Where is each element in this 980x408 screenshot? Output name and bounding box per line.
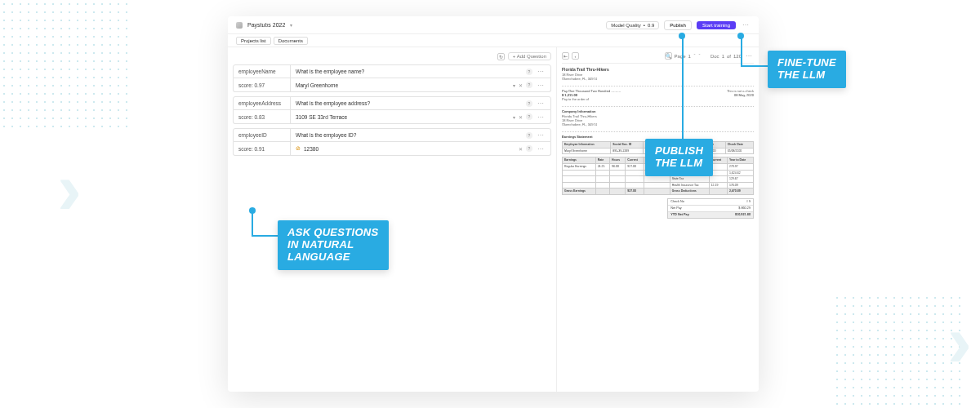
document-panel: ⇤ ‹ 🔍 Page 1 ˄ ˅ Doc 1 of 120 ⋯ Florida … [557,47,759,392]
question-text[interactable]: What is the employee ID? [296,132,523,138]
page-down-icon[interactable]: ˅ [698,53,701,59]
doc-payorder: Pay to the order of [562,97,621,101]
first-page-icon[interactable]: ⇤ [562,52,569,60]
decorative-dots [0,0,131,131]
row-more-icon[interactable]: ⋯ [536,145,546,153]
answer-text[interactable]: 12380 [304,146,515,152]
doc-label: Doc [710,54,719,59]
row-more-icon[interactable]: ⋯ [536,82,546,89]
doc-more-icon[interactable]: ⋯ [744,52,754,60]
app-logo-icon [236,22,243,29]
decorative-chevron: › [947,299,972,384]
project-title: Paystubs 2022 [247,22,285,28]
doc-date: 08 May, 2020 [727,93,754,97]
more-menu-icon[interactable]: ⋯ [741,21,751,29]
questions-toolbar: ↻ + Add Question [233,52,551,60]
connector-line [741,36,742,67]
answer-text[interactable]: Maryl Greenhome [296,82,510,88]
answer-row: score: 0.91⊘12380✕?⋯ [233,142,551,156]
search-icon[interactable]: 🔍 [665,52,672,60]
tab-documents[interactable]: Documents [274,37,308,45]
callout-finetune: FINE-TUNE THE LLM [768,51,846,88]
row-more-icon[interactable]: ⋯ [536,100,546,107]
question-group: employeeNameWhat is the employee name??⋯… [233,64,551,92]
question-row: employeeIDWhat is the employee ID??⋯ [233,128,551,142]
header-bar: Paystubs 2022 ▾ Model Quality • 0.9 Publ… [228,16,759,34]
row-more-icon[interactable]: ⋯ [536,131,546,139]
question-group: employeeAddressWhat is the employee addr… [233,96,551,124]
question-key: employeeID [234,129,291,141]
app-window: Paystubs 2022 ▾ Model Quality • 0.9 Publ… [228,16,759,392]
doc-earn-title: Earnings Statement [562,131,754,139]
page-value: 1 [688,54,691,59]
clear-icon[interactable]: ✕ [519,82,523,88]
row-more-icon[interactable]: ⋯ [536,113,546,121]
help-icon[interactable]: ? [526,69,532,75]
document-toolbar: ⇤ ‹ 🔍 Page 1 ˄ ˅ Doc 1 of 120 ⋯ [562,52,754,64]
help-icon[interactable]: ? [526,82,532,88]
question-text[interactable]: What is the employee address? [296,100,523,106]
warning-icon: ⊘ [296,145,301,152]
question-row: employeeNameWhat is the employee name??⋯ [233,64,551,78]
tab-projects-list[interactable]: Projects list [236,37,271,45]
answer-score: score: 0.97 [234,78,291,91]
answer-text[interactable]: 3109 SE 33rd Terrace [296,114,510,120]
add-question-button[interactable]: + Add Question [508,52,551,60]
dropdown-icon[interactable]: ▾ [513,82,515,88]
dropdown-icon[interactable]: ▾ [513,114,515,120]
doc-current: 1 [722,54,724,59]
publish-button[interactable]: Publish [664,20,692,30]
help-icon[interactable]: ? [526,113,532,120]
help-icon[interactable]: ? [526,145,532,152]
answer-row: score: 0.97Maryl Greenhome▾✕?⋯ [233,78,551,92]
model-quality-badge: Model Quality • 0.9 [606,21,659,29]
doc-of: of [727,54,731,59]
answer-score: score: 0.83 [234,110,291,123]
clear-icon[interactable]: ✕ [519,114,523,120]
start-training-button[interactable]: Start training [697,21,736,29]
help-icon[interactable]: ? [526,100,532,107]
page-label: Page [675,54,686,59]
doc-addr2: Okeechobee, FL, 34974 [562,77,754,81]
answer-row: score: 0.833109 SE 33rd Terrace▾✕?⋯ [233,110,551,124]
callout-ask: ASK QUESTIONS IN NATURAL LANGUAGE [278,220,389,270]
questions-panel: ↻ + Add Question employeeNameWhat is the… [228,47,557,392]
history-icon[interactable]: ↻ [497,53,505,60]
connector-line [252,211,253,235]
decorative-chevron: › [57,147,82,231]
question-key: employeeName [234,65,291,78]
project-dropdown-icon[interactable]: ▾ [290,22,292,28]
connector-line [252,235,278,237]
row-more-icon[interactable]: ⋯ [536,68,546,75]
question-group: employeeIDWhat is the employee ID??⋯scor… [233,128,551,156]
question-row: employeeAddressWhat is the employee addr… [233,96,551,110]
question-text[interactable]: What is the employee name? [296,69,523,74]
decorative-dots [833,294,964,408]
question-key: employeeAddress [234,97,291,109]
doc-net-box: Check No# 9 Net Pay$ 860.29 YTD Net Pay$… [667,198,754,219]
connector-line [682,36,684,140]
clear-icon[interactable]: ✕ [519,146,523,152]
help-icon[interactable]: ? [526,132,532,139]
prev-page-icon[interactable]: ‹ [572,52,579,60]
answer-score: score: 0.91 [234,142,291,155]
page-up-icon[interactable]: ˄ [693,53,696,59]
callout-publish: PUBLISH THE LLM [645,139,713,176]
connector-line [741,65,768,67]
